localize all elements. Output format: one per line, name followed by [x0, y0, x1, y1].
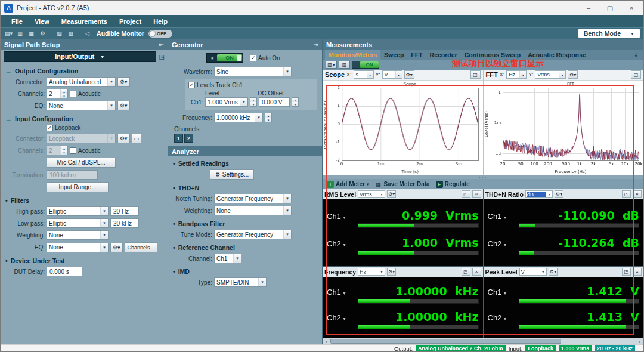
- sequence-button[interactable]: ▧: [54, 29, 64, 38]
- meter-close-button[interactable]: ×: [472, 268, 481, 276]
- ch1-dc-offset-field[interactable]: 0.000 V: [259, 97, 290, 107]
- splitter-handle[interactable]: ···: [323, 175, 643, 179]
- output-eq-settings-button[interactable]: ⚙▾: [117, 101, 130, 110]
- loopback-checkbox[interactable]: ✓: [47, 125, 53, 131]
- channel-select[interactable]: Ch1 ▾: [327, 286, 354, 297]
- ch1-dc-offset-stepper[interactable]: ▴▾: [292, 97, 299, 107]
- input-range-button[interactable]: Input Range...: [47, 182, 109, 192]
- monitors-on-toggle[interactable]: ON: [352, 61, 379, 69]
- channel-2-button[interactable]: 2: [184, 134, 193, 143]
- menu-file[interactable]: File: [5, 15, 29, 27]
- input-connector-settings-button[interactable]: ⚙▾: [117, 134, 130, 143]
- notch-tuning-select[interactable]: Generator Frequency▾: [214, 194, 292, 203]
- channel-select[interactable]: Ch2 ▾: [327, 311, 354, 322]
- filters-eq-select[interactable]: None▾: [47, 243, 109, 252]
- save-project-button[interactable]: ▦: [26, 29, 36, 38]
- meter-popout-button[interactable]: ◳: [462, 190, 470, 198]
- high-pass-select[interactable]: Elliptic▾: [47, 206, 109, 216]
- audible-monitor-toggle[interactable]: OFF: [148, 30, 172, 38]
- tab-continuous-sweep[interactable]: Continuous Sweep: [461, 50, 525, 60]
- auto-on-checkbox[interactable]: ✓: [250, 55, 256, 61]
- regulate-button[interactable]: ▶ Regulate: [436, 181, 470, 188]
- meter-close-button[interactable]: ×: [472, 190, 481, 198]
- generator-on-toggle[interactable]: ■ ON: [206, 53, 243, 63]
- scope-y-unit-select[interactable]: V▾: [382, 70, 402, 79]
- open-project-button[interactable]: ▥: [15, 29, 25, 38]
- meter-unit-select[interactable]: dB▾: [525, 190, 553, 198]
- tab-monitors-meters[interactable]: Monitors/Meters: [325, 50, 380, 60]
- fft-x-unit-select[interactable]: Hz▾: [506, 70, 527, 79]
- channel-select[interactable]: Ch2 ▾: [488, 237, 515, 248]
- channel-1-button[interactable]: 1: [174, 134, 183, 143]
- input-monitor-button[interactable]: ▭: [132, 134, 142, 143]
- channel-select[interactable]: Ch2 ▾: [488, 311, 515, 322]
- menu-project[interactable]: Project: [113, 15, 147, 27]
- frequency-select[interactable]: 1.00000 kHz▾: [214, 113, 263, 122]
- scope-popout-button[interactable]: ◳: [470, 70, 481, 79]
- channel-select[interactable]: Ch1 ▾: [327, 210, 354, 221]
- meter-close-button[interactable]: ×: [633, 190, 642, 198]
- levels-track-checkbox[interactable]: ✓: [188, 82, 195, 88]
- output-eq-select[interactable]: None▾: [47, 101, 116, 110]
- display-settings-button[interactable]: ▧▾: [326, 61, 337, 69]
- meter-display-settings-button[interactable]: ⚙▾: [387, 268, 396, 276]
- input-acoustic-checkbox[interactable]: ✓: [70, 147, 76, 154]
- ch1-level-select[interactable]: 1.000 Vrms▾: [205, 97, 248, 107]
- meter-display-settings-button[interactable]: ⚙▾: [387, 190, 396, 198]
- ch1-level-stepper[interactable]: ▴▾: [250, 97, 257, 107]
- menu-view[interactable]: View: [29, 15, 55, 27]
- menu-help[interactable]: Help: [147, 15, 174, 27]
- low-pass-frequency-field[interactable]: 20 kHz: [110, 218, 139, 228]
- minimize-button[interactable]: –: [580, 2, 597, 13]
- channel-select[interactable]: Ch1 ▾: [488, 286, 515, 297]
- scroll-left-button[interactable]: ◂: [323, 338, 330, 344]
- new-project-button[interactable]: ▤▾: [4, 29, 14, 38]
- scroll-right-button[interactable]: ▸: [636, 338, 643, 344]
- maximize-button[interactable]: ▢: [602, 2, 618, 13]
- collapse-panel-icon[interactable]: ⇥: [314, 41, 318, 48]
- input-channels-stepper[interactable]: 2▴▾: [47, 146, 68, 155]
- meter-unit-select[interactable]: V▾: [519, 268, 547, 276]
- waveform-select[interactable]: Sine▾: [214, 67, 292, 76]
- frequency-stepper[interactable]: ▴▾: [265, 113, 272, 122]
- scrollbar-thumb[interactable]: [330, 339, 561, 344]
- menu-measurements[interactable]: Measurements: [55, 15, 113, 27]
- save-meter-data-button[interactable]: ▦ Save Meter Data: [374, 181, 429, 188]
- meter-unit-select[interactable]: Vrms▾: [358, 190, 385, 198]
- reference-channel-select[interactable]: Ch1▾: [214, 254, 242, 263]
- filters-eq-settings-button[interactable]: ⚙▾: [110, 243, 123, 252]
- high-pass-frequency-field[interactable]: 20 Hz: [110, 206, 139, 216]
- dut-delay-field[interactable]: 0.000 s: [47, 267, 82, 276]
- signal-path-mode-select[interactable]: Input/Output▼: [4, 51, 156, 62]
- close-button[interactable]: ×: [623, 2, 640, 13]
- popout-icon[interactable]: ◳: [159, 54, 165, 60]
- sequence-settings-button[interactable]: ▨: [66, 29, 76, 38]
- output-connector-select[interactable]: Analog Unbalanced▾: [47, 77, 116, 87]
- analyzer-weighting-select[interactable]: None▾: [214, 206, 292, 215]
- meter-close-button[interactable]: ×: [633, 268, 642, 276]
- analyzer-settings-button[interactable]: ⚙ Settings...: [210, 169, 254, 180]
- imd-type-select[interactable]: SMPTE/DIN▾: [214, 277, 267, 287]
- channel-select[interactable]: Ch1 ▾: [488, 210, 515, 221]
- meter-popout-button[interactable]: ◳: [462, 268, 470, 276]
- tune-mode-select[interactable]: Generator Frequency▾: [214, 230, 292, 239]
- channel-select[interactable]: Ch2 ▾: [327, 237, 354, 248]
- scope-settings-button[interactable]: ⚙▾: [404, 70, 414, 79]
- tab-acoustic-response[interactable]: Acoustic Response: [524, 50, 589, 60]
- settings-button[interactable]: ⚙: [38, 29, 48, 38]
- collapse-panel-icon[interactable]: ⇤: [159, 41, 164, 48]
- tab-recorder[interactable]: Recorder: [426, 50, 461, 60]
- meter-display-settings-button[interactable]: ⚙▾: [549, 268, 558, 276]
- output-connector-settings-button[interactable]: ⚙▾: [117, 77, 130, 87]
- layout-button[interactable]: ▨: [339, 61, 350, 69]
- fft-popout-button[interactable]: ◳: [631, 70, 641, 79]
- tab-sweep[interactable]: Sweep: [380, 50, 407, 60]
- pin-icon[interactable]: ↧: [631, 51, 641, 58]
- fft-y-unit-select[interactable]: Vrms▾: [535, 70, 566, 79]
- output-channels-stepper[interactable]: 2▴▾: [47, 89, 68, 98]
- meter-popout-button[interactable]: ◳: [622, 190, 631, 198]
- input-connector-select[interactable]: Loopback▾: [47, 134, 116, 143]
- bench-mode-dropdown[interactable]: Bench Mode▼: [578, 29, 640, 38]
- filters-channels-button[interactable]: Channels...: [125, 242, 158, 252]
- horizontal-scrollbar[interactable]: ◂ ▸: [323, 338, 643, 344]
